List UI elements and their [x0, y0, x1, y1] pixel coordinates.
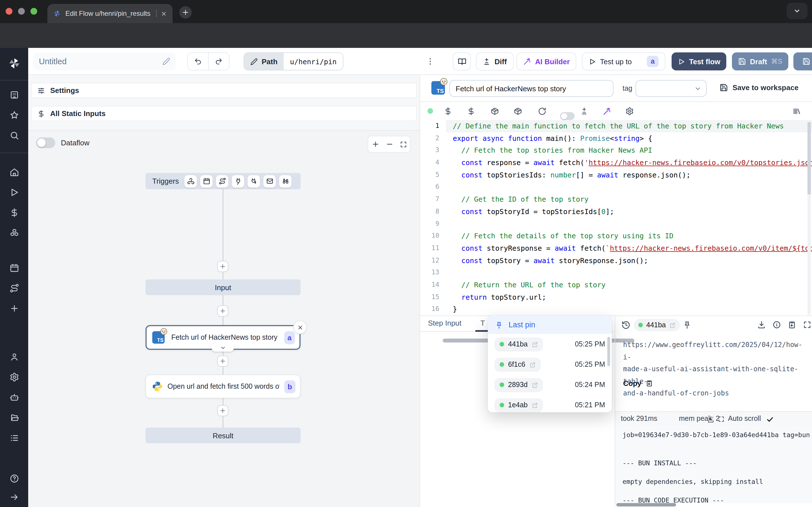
test-flow-button[interactable]: Test flow	[672, 52, 726, 70]
pin-id-pill[interactable]: 2893d	[495, 378, 543, 392]
code-line[interactable]: 4 const response = await fetch('https://…	[420, 157, 812, 169]
websocket-trigger-button[interactable]	[232, 175, 244, 187]
sidebar-item-schedules[interactable]	[0, 263, 28, 273]
expand-result-button[interactable]	[803, 321, 811, 329]
sidebar-item-favorites[interactable]	[0, 110, 28, 120]
pin-id-pill[interactable]: 6f1c6	[495, 357, 541, 372]
sidebar-item-triggers[interactable]	[0, 283, 28, 293]
sidebar-item-runs[interactable]	[0, 187, 28, 197]
history-button[interactable]	[621, 321, 630, 330]
code-line[interactable]: 2export async function main(): Promise<s…	[420, 132, 812, 144]
ai-wand-button[interactable]	[603, 107, 611, 115]
sidebar-item-home[interactable]	[0, 167, 28, 177]
maximize-window-button[interactable]	[31, 8, 37, 15]
browser-tab[interactable]: Edit Flow u/henri/pin_results	[47, 4, 172, 23]
code-line[interactable]: 10 // Fetch the details of the top story…	[420, 230, 812, 242]
external-link-icon[interactable]	[532, 402, 538, 408]
code-line[interactable]: 16}	[420, 303, 812, 316]
ai-builder-button[interactable]: AI Builder	[516, 52, 576, 70]
diff-mode-button[interactable]	[580, 107, 588, 115]
add-step-button[interactable]	[217, 405, 229, 416]
expand-logs-button[interactable]	[718, 416, 725, 422]
remove-step-button[interactable]	[293, 321, 307, 334]
test-up-to-button[interactable]: Test up to a	[582, 52, 665, 70]
package-button[interactable]	[491, 107, 499, 115]
package-button-2[interactable]	[514, 107, 522, 115]
auto-scroll-checkbox[interactable]	[766, 416, 774, 423]
pin-item[interactable]: 2893d05:24 PM	[488, 375, 612, 395]
code-line[interactable]: 6	[420, 181, 812, 193]
dataflow-toggle[interactable]	[36, 137, 55, 148]
sidebar-item-users[interactable]	[0, 352, 28, 362]
flow-graph[interactable]: Dataflow Triggers In	[28, 131, 420, 507]
tab-partial[interactable]: T	[480, 319, 485, 327]
sidebar-item-add[interactable]	[0, 304, 28, 313]
code-line[interactable]: 12 const topStory = await storyResponse.…	[420, 255, 812, 267]
dropdown-scrollbar[interactable]	[607, 337, 610, 366]
pin-item[interactable]: 441ba05:25 PM	[488, 334, 612, 354]
refresh-button[interactable]	[538, 107, 546, 115]
pin-button[interactable]	[683, 321, 691, 329]
pin-item[interactable]: 6f1c605:25 PM	[488, 354, 612, 375]
external-link-icon[interactable]	[529, 361, 536, 368]
webhook-trigger-button[interactable]	[185, 175, 197, 187]
save-to-workspace-button[interactable]: Save to workspace	[719, 83, 799, 92]
tag-select[interactable]	[636, 80, 707, 97]
close-window-button[interactable]	[6, 8, 12, 15]
vertical-scrollbar[interactable]	[808, 122, 811, 194]
sidebar-item-help[interactable]	[0, 474, 28, 483]
triggers-node[interactable]: Triggers	[146, 173, 301, 189]
add-step-button[interactable]	[217, 261, 229, 272]
download-logs-button[interactable]	[707, 416, 714, 423]
poll-trigger-button[interactable]	[279, 175, 292, 187]
external-link-icon[interactable]	[669, 322, 675, 328]
route-trigger-button[interactable]	[216, 175, 229, 187]
static-inputs-row[interactable]: All Static Inputs	[31, 106, 417, 121]
resources-button[interactable]	[467, 107, 475, 115]
tab-close-icon[interactable]	[161, 10, 167, 17]
run-id-pill[interactable]: 441ba	[634, 319, 680, 331]
docs-button[interactable]	[453, 52, 471, 70]
diff-button[interactable]: Diff	[476, 52, 513, 70]
sidebar-item-search[interactable]	[0, 131, 28, 140]
input-node[interactable]: Input	[146, 279, 301, 295]
sidebar-collapse-button[interactable]	[0, 492, 28, 502]
draft-button[interactable]: Draft ⌘S	[732, 52, 789, 70]
library-button[interactable]	[792, 107, 801, 115]
step-title-input[interactable]: Fetch url of HackerNews top story	[449, 80, 613, 97]
sidebar-item-folders[interactable]	[0, 413, 28, 422]
expand-step-button[interactable]	[211, 344, 234, 351]
add-step-button[interactable]	[217, 305, 229, 317]
step-node-b[interactable]: Open url and fetch first 500 words of ..…	[146, 375, 301, 398]
sidebar-item-variables[interactable]	[0, 208, 28, 217]
code-line[interactable]: 13	[420, 267, 812, 279]
sidebar-item-settings[interactable]	[0, 372, 28, 382]
sidebar-item-workspace[interactable]	[0, 90, 28, 100]
schedule-trigger-button[interactable]	[200, 175, 213, 187]
sidebar-item-logs[interactable]	[0, 433, 28, 443]
edit-name-icon[interactable]	[162, 57, 170, 65]
result-node[interactable]: Result	[146, 428, 301, 443]
code-line[interactable]: 3 // Fetch the top stories from Hacker N…	[420, 145, 812, 157]
pin-id-pill[interactable]: 441ba	[495, 337, 543, 351]
last-pin-header[interactable]: Last pin	[488, 316, 612, 334]
log-output[interactable]: job=019634e7-9d30-b7cb-1e89-03a64ed441ba…	[615, 427, 812, 503]
email-trigger-button[interactable]	[263, 175, 276, 187]
sidebar-item-resources[interactable]	[0, 228, 28, 238]
result-url[interactable]: https://www.geoffreylitt.com/2025/04/12/…	[623, 339, 809, 400]
code-line[interactable]: 15 return topStory.url;	[420, 291, 812, 303]
info-button[interactable]	[772, 321, 781, 329]
external-link-icon[interactable]	[532, 382, 538, 388]
kafka-trigger-button[interactable]	[248, 175, 260, 187]
download-result-button[interactable]	[757, 321, 766, 329]
copy-button[interactable]: Copy	[623, 379, 653, 388]
flow-name-field[interactable]: Untitled	[33, 52, 176, 70]
tab-search-button[interactable]	[786, 3, 808, 19]
redo-button[interactable]	[209, 53, 229, 70]
editor-settings-button[interactable]	[625, 107, 634, 115]
variables-button[interactable]	[444, 107, 452, 115]
copy-result-button[interactable]	[788, 321, 796, 329]
tab-step-input[interactable]: Step Input	[428, 319, 462, 327]
code-line[interactable]: 7 // Get the ID of the top story	[420, 193, 812, 205]
log-horizontal-scrollbar[interactable]	[616, 503, 676, 506]
